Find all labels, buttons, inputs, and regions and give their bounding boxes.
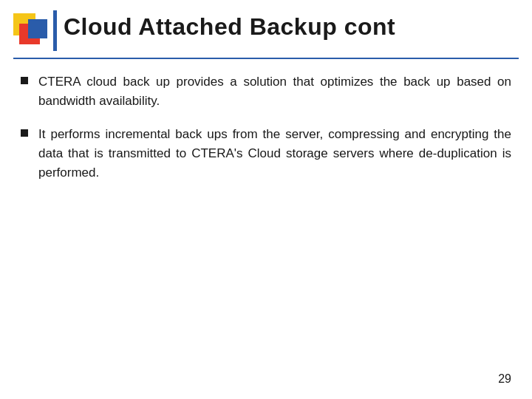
divider [13, 58, 519, 59]
bullet-dot [21, 129, 28, 137]
bullet-text-1: CTERA cloud back up provides a solution … [38, 72, 511, 112]
accent-blue [28, 19, 47, 38]
list-item: CTERA cloud back up provides a solution … [21, 72, 511, 112]
list-item: It performs incremental back ups from th… [21, 125, 511, 183]
header-accent [13, 13, 52, 52]
page-number: 29 [498, 372, 511, 386]
bullet-text-2: It performs incremental back ups from th… [38, 125, 511, 183]
content-area: CTERA cloud back up provides a solution … [21, 72, 511, 355]
bullet-list: CTERA cloud back up provides a solution … [21, 72, 511, 183]
vertical-bar [53, 10, 57, 51]
slide: Cloud Attached Backup cont CTERA cloud b… [0, 0, 532, 399]
bullet-dot [21, 77, 28, 84]
slide-title: Cloud Attached Backup cont [64, 13, 395, 41]
